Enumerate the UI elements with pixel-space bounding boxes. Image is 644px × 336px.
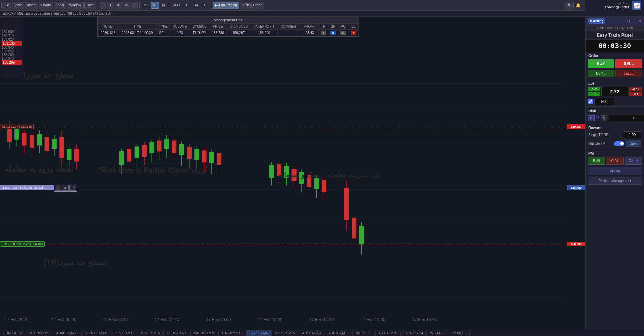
menu-window[interactable]: Window bbox=[67, 2, 84, 9]
price-159-42: 159.420 bbox=[2, 38, 22, 41]
btn-b[interactable]: B bbox=[330, 31, 336, 35]
sl-label: SL| 159.297 | 931.63$ bbox=[0, 124, 34, 129]
panel-header-icons: ⚙ — ✕ bbox=[627, 19, 641, 23]
crosshair-btn[interactable]: ✛ bbox=[107, 2, 114, 9]
tf-h4[interactable]: H4 bbox=[192, 2, 200, 9]
tab-audjpy-m15[interactable]: AUDJPY,M15 bbox=[325, 330, 352, 336]
buy-button[interactable]: BUY bbox=[588, 59, 614, 68]
minimize-icon[interactable]: — bbox=[632, 19, 636, 23]
lot-inc-001-btn[interactable]: +0.01 bbox=[588, 87, 600, 91]
algo-trading-btn[interactable]: ▶ Algo Trading bbox=[213, 2, 239, 9]
tp-level: TP1 | 158.299 | 2.73 | 866.10$ 158.299 bbox=[0, 241, 585, 247]
tab-nzdjpy-m15[interactable]: NZDJPY,M15 bbox=[272, 330, 299, 336]
svg-rect-74 bbox=[344, 188, 349, 220]
btn-cl[interactable]: X bbox=[351, 31, 356, 35]
divider3 bbox=[586, 123, 644, 123]
lot-value-input[interactable] bbox=[601, 87, 628, 96]
ball-button[interactable]: B.All bbox=[588, 157, 605, 165]
cell-btn-cl[interactable]: X bbox=[348, 30, 359, 36]
tab-adausd-m30[interactable]: ADAUSD,M30 bbox=[53, 330, 82, 336]
tab-wti-m30[interactable]: WTI,M30 bbox=[427, 330, 447, 336]
search-btn[interactable]: 🔍 bbox=[565, 2, 574, 9]
lot-num-input[interactable] bbox=[594, 98, 614, 105]
entry-info-box: SELL | 158.780 | 2.73 | 25.23$ bbox=[0, 185, 54, 190]
ann-tp-text: سطح حد سود(TP) bbox=[44, 258, 106, 267]
symbol-info: EURJPY, M5s: Euro vs Japanese Yen 158.79… bbox=[3, 12, 111, 15]
tab-usdchf-m30[interactable]: USDCHF,M30 bbox=[82, 330, 110, 336]
gear-icon[interactable]: ⚙ bbox=[627, 19, 631, 23]
tab-eurusd-h1[interactable]: EURUSD,H1 bbox=[0, 330, 26, 336]
main-area: Management Box TICKET TIME TYPE VOLUME S… bbox=[0, 17, 644, 330]
trade-b-btn[interactable]: B bbox=[62, 185, 69, 191]
btn-t[interactable]: T bbox=[321, 31, 326, 35]
clast-button[interactable]: C.Last bbox=[625, 157, 642, 165]
chart-area[interactable]: Management Box TICKET TIME TYPE VOLUME S… bbox=[0, 17, 585, 330]
svg-rect-14 bbox=[22, 133, 27, 145]
cell-btn-t[interactable]: T bbox=[318, 30, 328, 36]
price-scale: 160.000 159.710 159.420 159.130 158.840 … bbox=[0, 17, 23, 78]
menu-help[interactable]: Help bbox=[84, 2, 96, 9]
cell-btn-b[interactable]: B bbox=[328, 30, 338, 36]
lot-dec-01-btn[interactable]: -0.1 bbox=[629, 92, 642, 96]
risk-dollar-toggle[interactable]: $ bbox=[601, 115, 607, 121]
tf-m15[interactable]: M15 bbox=[160, 2, 170, 9]
tab-eurjpy-m5[interactable]: EURJPY,M5 bbox=[246, 330, 272, 336]
svg-rect-12 bbox=[14, 128, 19, 139]
buyp-button[interactable]: BUY p bbox=[588, 70, 614, 77]
tp-line bbox=[45, 244, 567, 244]
col-pc: PC bbox=[338, 24, 348, 30]
position-management-button[interactable]: Position Management bbox=[588, 177, 642, 185]
logo-icon: 📈 bbox=[632, 1, 641, 10]
tab-usdjpy-m15[interactable]: USDJPY,M15 bbox=[136, 330, 163, 336]
new-order-btn[interactable]: + New Order bbox=[240, 2, 264, 9]
tf-d1[interactable]: D1 bbox=[201, 2, 209, 9]
tab-sp500-h1[interactable]: SP500,H1 bbox=[447, 330, 470, 336]
menu-file[interactable]: File bbox=[1, 2, 11, 9]
open-button[interactable]: Open bbox=[626, 140, 641, 147]
tab-brent-h1[interactable]: BRENT,H1 bbox=[353, 330, 376, 336]
trade-x-btn[interactable]: X bbox=[55, 185, 61, 191]
call-button[interactable]: C.All bbox=[606, 157, 624, 165]
risk-p-toggle[interactable]: P bbox=[588, 115, 595, 121]
pm-btn-row: B.All C.All C.Last bbox=[586, 156, 644, 166]
menu-view[interactable]: View bbox=[12, 2, 24, 9]
trade-p-btn[interactable]: P bbox=[69, 185, 76, 191]
tab-usdcad-m1[interactable]: USDCAD,M1 bbox=[164, 330, 191, 336]
lot-inc-01-btn[interactable]: +0.1 bbox=[588, 92, 600, 96]
multp-toggle[interactable] bbox=[614, 141, 624, 146]
cell-btn-c[interactable]: C bbox=[338, 30, 348, 36]
rr-value-input[interactable] bbox=[623, 131, 641, 138]
line-btn[interactable]: ╱ bbox=[131, 2, 138, 9]
order-label: Order bbox=[586, 52, 644, 58]
menu-insert[interactable]: Insert bbox=[25, 2, 38, 9]
lot-checkbox[interactable] bbox=[588, 99, 593, 104]
zoom-in-btn[interactable]: ⊕ bbox=[115, 2, 122, 9]
menu-charts[interactable]: Charts bbox=[39, 2, 53, 9]
svg-rect-42 bbox=[164, 139, 169, 149]
tab-dax30-m15[interactable]: DAX30,M15 bbox=[376, 330, 401, 336]
visual-button[interactable]: Visual bbox=[588, 167, 642, 175]
risk-value-input[interactable] bbox=[609, 115, 644, 121]
tab-xauusd-m15[interactable]: XAUUSD,M15 bbox=[191, 330, 219, 336]
lot-dec-001-btn[interactable]: -0.01 bbox=[629, 87, 642, 91]
menu-tools[interactable]: Tools bbox=[54, 2, 66, 9]
zoom-out-btn[interactable]: ⊖ bbox=[123, 2, 130, 9]
new-chart-btn[interactable]: + bbox=[100, 2, 106, 9]
tf-h1[interactable]: H1 bbox=[182, 2, 191, 9]
col-tr: TR bbox=[318, 24, 328, 30]
tf-m30[interactable]: M30 bbox=[171, 2, 182, 9]
svg-rect-18 bbox=[37, 134, 42, 145]
tab-audcad-h4[interactable]: AUDCAD,H4 bbox=[299, 330, 325, 336]
tab-cadjpy-m15[interactable]: CADJPY,M15 bbox=[219, 330, 246, 336]
tf-m1[interactable]: M1 bbox=[141, 2, 150, 9]
tab-btcusd-m5[interactable]: BTCUSD,M5 bbox=[26, 330, 53, 336]
sell-button[interactable]: SELL bbox=[615, 59, 642, 68]
tab-dowus-h4[interactable]: DOW.US,H4 bbox=[401, 330, 427, 336]
tf-m5[interactable]: M5 bbox=[151, 2, 159, 9]
date-label-9: 17 Feb 13:40 bbox=[412, 317, 437, 322]
tab-gbpusd-m1[interactable]: GBPUSD,M1 bbox=[109, 330, 136, 336]
sellp-button[interactable]: SELL p bbox=[615, 70, 642, 77]
btn-c[interactable]: C bbox=[340, 31, 346, 35]
close-icon[interactable]: ✕ bbox=[638, 19, 641, 23]
cell-type: SELL bbox=[156, 30, 170, 36]
